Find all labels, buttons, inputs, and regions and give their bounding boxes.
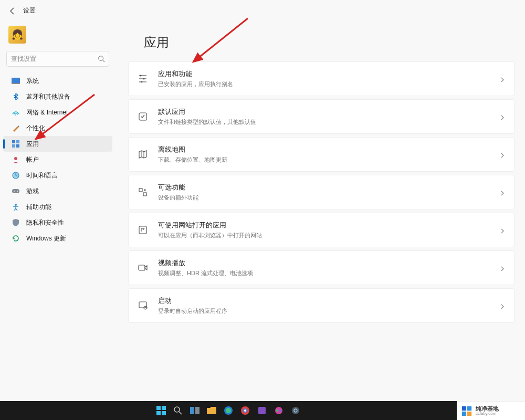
sidebar-item-label: 游戏 (26, 187, 39, 196)
system-icon (12, 77, 20, 85)
search-input[interactable] (6, 51, 109, 67)
taskbar-app1-icon[interactable] (256, 404, 268, 417)
card-optional-features[interactable]: 可选功能 设备的额外功能 (128, 175, 514, 209)
header-title: 设置 (23, 6, 36, 15)
svg-rect-29 (139, 265, 145, 270)
sidebar-item-label: 帐户 (26, 155, 39, 164)
sidebar-item-network[interactable]: 网络 & Internet (3, 104, 112, 120)
svg-rect-42 (195, 407, 200, 414)
card-website-apps[interactable]: 可使用网站打开的应用 可以在应用（而非浏览器）中打开的网站 (128, 213, 514, 247)
back-arrow-icon[interactable] (8, 7, 17, 15)
taskbar-explorer-icon[interactable] (205, 404, 218, 417)
card-startup[interactable]: 启动 登录时自动启动的应用程序 (128, 288, 514, 323)
main-layout: 👧 系统 蓝牙和其他设备 网络 & Internet 个性化 (0, 22, 525, 379)
card-title: 视频播放 (158, 258, 499, 268)
taskbar-chrome-icon[interactable] (239, 404, 251, 417)
nav-list: 系统 蓝牙和其他设备 网络 & Internet 个性化 应用 帐户 (0, 73, 116, 246)
sidebar-item-accounts[interactable]: 帐户 (3, 152, 112, 167)
update-icon (12, 234, 20, 243)
sidebar-item-label: 系统 (26, 77, 39, 86)
sidebar-item-time-language[interactable]: 时间和语言 (3, 167, 112, 183)
svg-rect-48 (258, 407, 266, 414)
sidebar-item-apps[interactable]: 应用 (3, 136, 112, 152)
card-title: 可使用网站打开的应用 (158, 220, 499, 230)
sidebar-item-accessibility[interactable]: 辅助功能 (3, 199, 112, 215)
bluetooth-icon (12, 92, 20, 101)
sidebar-item-gaming[interactable]: 游戏 (3, 183, 112, 199)
startup-icon (137, 300, 149, 311)
svg-rect-11 (12, 189, 19, 193)
svg-rect-36 (162, 406, 166, 410)
sidebar-item-windows-update[interactable]: Windows 更新 (3, 230, 112, 246)
user-avatar-icon: 👧 (8, 26, 26, 44)
card-desc: 可以在应用（而非浏览器）中打开的网站 (158, 232, 499, 239)
svg-point-19 (143, 78, 145, 80)
accessibility-icon (12, 203, 20, 211)
svg-rect-37 (156, 411, 161, 415)
gaming-icon (12, 187, 20, 195)
svg-rect-8 (16, 144, 19, 148)
svg-point-39 (174, 407, 180, 412)
svg-rect-56 (462, 411, 466, 415)
taskbar-search-icon[interactable] (172, 404, 184, 417)
search-icon[interactable] (98, 55, 105, 62)
video-playback-icon (137, 262, 149, 274)
card-text: 可选功能 设备的额外功能 (158, 183, 499, 202)
card-desc: 设备的额外功能 (158, 194, 499, 202)
sidebar-item-label: 应用 (26, 140, 39, 149)
card-title: 离线地图 (158, 145, 499, 154)
page-title: 应用 (144, 34, 514, 51)
taskbar-edge-icon[interactable] (222, 404, 235, 417)
svg-line-1 (103, 60, 105, 62)
personalization-icon (12, 124, 20, 132)
card-title: 启动 (158, 296, 499, 306)
chevron-right-icon (499, 189, 506, 195)
sidebar-item-label: 辅助功能 (26, 203, 51, 212)
sidebar-item-privacy[interactable]: 隐私和安全性 (3, 215, 112, 230)
taskbar-settings-icon[interactable] (289, 404, 302, 417)
card-desc: 视频调整、HDR 流式处理、电池选项 (158, 269, 499, 277)
svg-point-12 (14, 191, 15, 192)
card-text: 可使用网站打开的应用 可以在应用（而非浏览器）中打开的网站 (158, 220, 499, 239)
card-video-playback[interactable]: 视频播放 视频调整、HDR 流式处理、电池选项 (128, 250, 514, 285)
sidebar-item-bluetooth[interactable]: 蓝牙和其他设备 (3, 89, 112, 104)
chevron-right-icon (499, 113, 506, 120)
svg-rect-2 (12, 78, 20, 83)
sidebar-item-label: 隐私和安全性 (26, 218, 64, 227)
svg-point-4 (15, 114, 16, 116)
taskbar-taskview-icon[interactable] (188, 404, 201, 417)
card-default-apps[interactable]: 默认应用 文件和链接类型的默认值，其他默认值 (128, 99, 514, 134)
svg-rect-3 (12, 83, 20, 84)
svg-rect-41 (190, 407, 194, 414)
sidebar-item-system[interactable]: 系统 (3, 73, 112, 89)
svg-point-9 (14, 157, 17, 160)
time-icon (12, 171, 20, 180)
svg-point-44 (226, 408, 231, 413)
default-apps-icon (137, 111, 149, 122)
watermark: 纯净基地 czlaby.com (457, 401, 525, 420)
card-text: 启动 登录时自动启动的应用程序 (158, 296, 499, 315)
optional-features-icon (137, 186, 149, 198)
svg-point-13 (17, 191, 18, 192)
taskbar-start-icon[interactable] (155, 404, 167, 417)
svg-point-0 (99, 56, 103, 61)
card-text: 离线地图 下载、存储位置、地图更新 (158, 145, 499, 164)
accounts-icon (12, 155, 20, 164)
card-title: 应用和功能 (158, 69, 499, 79)
watermark-sub: czlaby.com (476, 412, 499, 416)
svg-rect-54 (462, 406, 466, 410)
chevron-right-icon (499, 76, 506, 82)
watermark-logo-icon (461, 405, 472, 417)
chevron-right-icon (499, 151, 506, 158)
svg-point-47 (244, 410, 246, 412)
taskbar-app2-icon[interactable] (272, 404, 285, 417)
sidebar-item-label: 蓝牙和其他设备 (26, 92, 70, 101)
sidebar-item-personalization[interactable]: 个性化 (3, 120, 112, 136)
card-text: 默认应用 文件和链接类型的默认值，其他默认值 (158, 107, 499, 126)
card-apps-features[interactable]: 应用和功能 已安装的应用，应用执行别名 (128, 61, 514, 96)
card-offline-maps[interactable]: 离线地图 下载、存储位置、地图更新 (128, 137, 514, 172)
apps-icon (12, 140, 20, 148)
search-box (6, 51, 109, 67)
chevron-right-icon (499, 302, 506, 309)
user-avatar-block[interactable]: 👧 (0, 22, 116, 51)
